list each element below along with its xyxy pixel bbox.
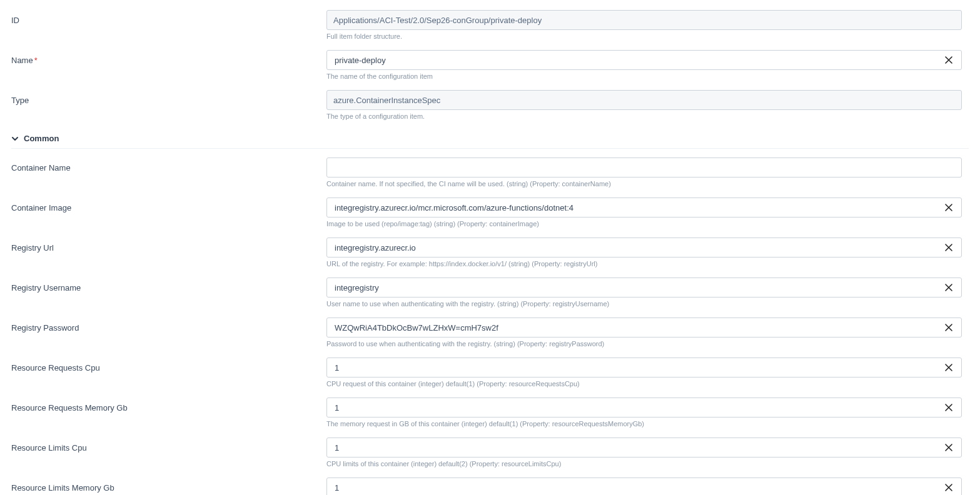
label-registry-username: Registry Username	[11, 278, 326, 292]
clear-registry-url-icon[interactable]	[943, 241, 955, 254]
label-id: ID	[11, 10, 326, 25]
field-registry-username: Registry Username User name to use when …	[11, 278, 969, 314]
field-lim-cpu: Resource Limits Cpu CPU limits of this c…	[11, 438, 969, 474]
clear-container-image-icon[interactable]	[943, 201, 955, 214]
input-container-name-wrap	[326, 158, 962, 178]
input-name[interactable]	[333, 51, 939, 69]
hint-req-mem: The memory request in GB of this contain…	[326, 420, 962, 428]
input-req-cpu[interactable]	[333, 358, 939, 377]
label-req-mem: Resource Requests Memory Gb	[11, 398, 326, 412]
input-registry-url[interactable]	[333, 238, 939, 257]
section-common-header[interactable]: Common	[11, 130, 969, 149]
clear-lim-mem-icon[interactable]	[943, 481, 955, 494]
input-container-image[interactable]	[333, 198, 939, 217]
input-req-mem[interactable]	[333, 398, 939, 417]
label-lim-mem: Resource Limits Memory Gb	[11, 478, 326, 492]
label-registry-url: Registry Url	[11, 238, 326, 252]
field-container-image: Container Image Image to be used (repo/i…	[11, 198, 969, 234]
section-common-title: Common	[24, 134, 59, 143]
clear-name-icon[interactable]	[943, 54, 955, 66]
field-registry-password: Registry Password Password to use when a…	[11, 318, 969, 354]
label-req-cpu: Resource Requests Cpu	[11, 358, 326, 372]
label-type: Type	[11, 90, 326, 105]
input-registry-username[interactable]	[333, 278, 939, 297]
hint-name: The name of the configuration item	[326, 72, 962, 80]
field-lim-mem: Resource Limits Memory Gb The memory lim…	[11, 478, 969, 495]
hint-container-image: Image to be used (repo/image:tag) (strin…	[326, 220, 962, 228]
input-lim-mem-wrap	[326, 478, 962, 495]
input-container-name[interactable]	[333, 158, 955, 177]
label-container-image: Container Image	[11, 198, 326, 212]
field-id: ID Applications/ACI-Test/2.0/Sep26-conGr…	[11, 10, 969, 46]
input-req-mem-wrap	[326, 398, 962, 418]
input-lim-cpu-wrap	[326, 438, 962, 458]
hint-type: The type of a configuration item.	[326, 112, 962, 120]
hint-registry-username: User name to use when authenticating wit…	[326, 300, 962, 308]
input-req-cpu-wrap	[326, 358, 962, 378]
clear-req-cpu-icon[interactable]	[943, 361, 955, 374]
field-name: Name* The name of the configuration item	[11, 50, 969, 86]
input-lim-mem[interactable]	[333, 478, 939, 495]
clear-lim-cpu-icon[interactable]	[943, 441, 955, 454]
hint-lim-cpu: CPU limits of this container (integer) d…	[326, 460, 962, 468]
hint-req-cpu: CPU request of this container (integer) …	[326, 380, 962, 388]
label-registry-password: Registry Password	[11, 318, 326, 332]
hint-id: Full item folder structure.	[326, 32, 962, 40]
input-registry-url-wrap	[326, 238, 962, 258]
field-type: Type azure.ContainerInstanceSpec The typ…	[11, 90, 969, 126]
input-container-image-wrap	[326, 198, 962, 218]
input-id: Applications/ACI-Test/2.0/Sep26-conGroup…	[326, 10, 962, 30]
chevron-down-icon	[11, 135, 19, 142]
input-type: azure.ContainerInstanceSpec	[326, 90, 962, 110]
input-registry-password-wrap	[326, 318, 962, 338]
field-container-name: Container Name Container name. If not sp…	[11, 158, 969, 194]
field-registry-url: Registry Url URL of the registry. For ex…	[11, 238, 969, 274]
input-registry-username-wrap	[326, 278, 962, 298]
clear-req-mem-icon[interactable]	[943, 401, 955, 414]
hint-registry-url: URL of the registry. For example: https:…	[326, 260, 962, 268]
clear-registry-username-icon[interactable]	[943, 281, 955, 294]
label-container-name: Container Name	[11, 158, 326, 172]
hint-container-name: Container name. If not specified, the CI…	[326, 180, 962, 188]
field-req-mem: Resource Requests Memory Gb The memory r…	[11, 398, 969, 434]
field-req-cpu: Resource Requests Cpu CPU request of thi…	[11, 358, 969, 394]
hint-registry-password: Password to use when authenticating with…	[326, 340, 962, 348]
label-lim-cpu: Resource Limits Cpu	[11, 438, 326, 452]
label-name: Name*	[11, 50, 326, 65]
input-name-wrap	[326, 50, 962, 70]
input-registry-password[interactable]	[333, 318, 939, 337]
input-lim-cpu[interactable]	[333, 438, 939, 457]
clear-registry-password-icon[interactable]	[943, 321, 955, 334]
